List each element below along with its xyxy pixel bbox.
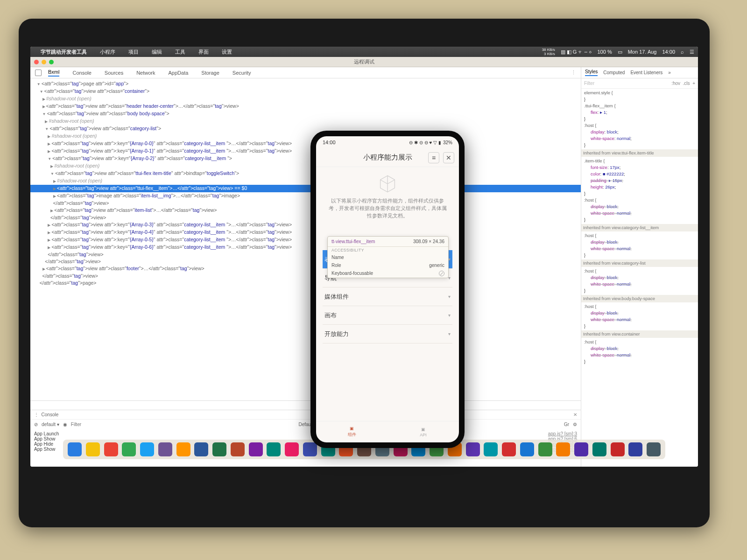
dom-node[interactable]: <attr">class="tag">view attr">class="ite… xyxy=(30,207,581,214)
breadcrumb[interactable] xyxy=(30,400,581,410)
list-item[interactable]: 媒体组件▾ xyxy=(323,287,452,306)
dock-app-31[interactable] xyxy=(628,442,642,456)
css-rule[interactable]: :host {…display: block;white-space: norm… xyxy=(584,232,695,259)
dom-node[interactable]: <attr">class="tag">view attr">class="hea… xyxy=(30,103,581,110)
close-icon[interactable]: ✕ xyxy=(573,412,577,417)
minimize-icon[interactable] xyxy=(42,60,46,64)
dom-node[interactable]: </attr">class="tag">page> xyxy=(30,280,581,287)
clear-console-icon[interactable]: ⊘ xyxy=(34,422,38,427)
styles-tab-2[interactable]: Event Listeners xyxy=(630,70,662,75)
dock-app-24[interactable] xyxy=(502,442,516,456)
dom-node[interactable]: <attr">class="tag">view attr">:key="{Arr… xyxy=(30,221,581,229)
console-filter-input[interactable] xyxy=(71,422,295,427)
dom-node[interactable]: <attr">class="tag">view attr">class="bod… xyxy=(30,110,581,118)
dom-node[interactable]: <attr">class="tag">view attr">class="cat… xyxy=(30,125,581,133)
css-rule[interactable]: :host {…display: block;white-space: norm… xyxy=(584,197,695,223)
dom-node[interactable]: <attr">class="tag">view attr">class="ttu… xyxy=(30,185,581,192)
dock-app-32[interactable] xyxy=(647,442,661,456)
dock-app-7[interactable] xyxy=(194,442,208,456)
dom-node[interactable]: <attr">class="tag">view attr">class="con… xyxy=(30,88,581,95)
dom-node[interactable]: <attr">class="tag">image attr">class="it… xyxy=(30,192,581,200)
dock-app-13[interactable] xyxy=(303,442,317,456)
dom-node[interactable]: </attr">class="tag">view> xyxy=(30,214,581,221)
search-icon[interactable]: ⌕ xyxy=(681,49,684,55)
styles-tab-3[interactable]: » xyxy=(668,70,671,75)
tab-sources[interactable]: Sources xyxy=(105,70,123,76)
dock-app-29[interactable] xyxy=(592,442,606,456)
css-rule[interactable]: element.style {} xyxy=(584,90,695,103)
styles-tab-0[interactable]: Styles xyxy=(585,69,598,76)
tab-network[interactable]: Network xyxy=(136,70,155,76)
list-item[interactable]: 开放能力▾ xyxy=(323,325,452,343)
dom-node[interactable]: #shadow-root (open) xyxy=(30,162,581,170)
dom-node[interactable]: </attr">class="tag">view> xyxy=(30,251,581,258)
tab-console[interactable]: Console xyxy=(72,70,91,76)
dom-node[interactable]: <attr">class="tag">view attr">class="ttu… xyxy=(30,170,581,177)
css-rule[interactable]: .ttui-flex__item {…flex: ▸ 1;} xyxy=(584,103,695,122)
hov-toggle[interactable]: :hov xyxy=(671,81,680,86)
dock-app-28[interactable] xyxy=(574,442,588,456)
control-center-icon[interactable]: ☰ xyxy=(690,49,694,55)
tab-appdata[interactable]: AppData xyxy=(169,70,189,76)
menu-1[interactable]: 小程序 xyxy=(100,49,115,56)
dom-node[interactable]: <attr">class="tag">view attr">:key="{Arr… xyxy=(30,155,581,162)
dock-app-11[interactable] xyxy=(267,442,281,456)
add-rule-icon[interactable]: + xyxy=(692,81,695,86)
menu-5[interactable]: 界面 xyxy=(198,49,209,56)
dock-app-4[interactable] xyxy=(140,442,154,456)
dock-app-27[interactable] xyxy=(556,442,570,456)
dock-app-12[interactable] xyxy=(285,442,299,456)
close-icon[interactable]: ✕ xyxy=(443,152,454,163)
dom-node[interactable]: #shadow-root (open) xyxy=(30,133,581,140)
dom-node[interactable]: <attr">class="tag">view attr">:key="{Arr… xyxy=(30,140,581,147)
dock-app-8[interactable] xyxy=(212,442,226,456)
dock-app-5[interactable] xyxy=(158,442,172,456)
dom-node[interactable]: <attr">class="tag">view attr">:key="{Arr… xyxy=(30,147,581,155)
dom-node[interactable]: #shadow-root (open) xyxy=(30,95,581,103)
tabbar-item[interactable]: ▣API xyxy=(388,421,459,442)
context-selector[interactable]: default ▾ xyxy=(42,422,59,427)
dock-app-26[interactable] xyxy=(538,442,552,456)
menu-2[interactable]: 项目 xyxy=(128,49,139,56)
menu-6[interactable]: 设置 xyxy=(222,49,232,56)
dom-node[interactable]: #shadow-root (open) xyxy=(30,118,581,125)
menu-icon[interactable]: ≡ xyxy=(428,152,439,163)
dom-node[interactable]: </attr">class="tag">view> xyxy=(30,258,581,265)
styles-pane[interactable]: element.style {}.ttui-flex__item {…flex:… xyxy=(581,89,698,467)
dom-node[interactable]: </attr">class="tag">view> xyxy=(30,200,581,207)
more-icon[interactable]: ⋮ xyxy=(571,70,576,76)
dock-app-22[interactable] xyxy=(466,442,480,456)
console-toggle-icon[interactable]: ⋮ xyxy=(34,412,39,417)
tabbar-item[interactable]: ▣组件 xyxy=(316,421,388,442)
dock-app-30[interactable] xyxy=(611,442,625,456)
traffic-lights[interactable] xyxy=(34,60,54,64)
dom-node[interactable]: <attr">class="tag">view attr">:key="{Arr… xyxy=(30,229,581,236)
dock-app-6[interactable] xyxy=(176,442,190,456)
dom-node[interactable]: <attr">class="tag">view attr">:key="{Arr… xyxy=(30,244,581,251)
dom-node[interactable]: </attr">class="tag">view> xyxy=(30,273,581,280)
dom-node[interactable]: <attr">class="tag">view attr">:key="{Arr… xyxy=(30,236,581,244)
styles-filter-input[interactable]: Filter xyxy=(584,81,594,86)
css-rule[interactable]: :host {…display: block;white-space: norm… xyxy=(584,268,695,294)
close-icon[interactable] xyxy=(34,60,39,64)
dock-app-1[interactable] xyxy=(86,442,100,456)
dock-app-3[interactable] xyxy=(122,442,136,456)
dock-app-2[interactable] xyxy=(104,442,118,456)
tab-bxml[interactable]: Bxml xyxy=(48,69,59,77)
css-rule[interactable]: :host {…display: block;white-space: norm… xyxy=(584,339,695,365)
dock-app-23[interactable] xyxy=(484,442,498,456)
eye-icon[interactable]: ◉ xyxy=(63,422,67,427)
tab-security[interactable]: Security xyxy=(233,70,251,76)
dock-app-25[interactable] xyxy=(520,442,534,456)
dom-tree[interactable]: <attr">class="tag">page attr">id="app"> … xyxy=(30,78,581,400)
menu-0[interactable]: 字节跳动开发者工具 xyxy=(41,49,87,56)
inspect-icon[interactable] xyxy=(35,70,42,76)
styles-tab-1[interactable]: Computed xyxy=(603,70,625,75)
console-log-row[interactable]: App Launchapp.js? [sm]:3 xyxy=(34,431,577,436)
dock-app-10[interactable] xyxy=(249,442,263,456)
cls-toggle[interactable]: .cls xyxy=(683,81,690,86)
menu-4[interactable]: 工具 xyxy=(175,49,185,56)
menu-3[interactable]: 编辑 xyxy=(152,49,162,56)
css-rule[interactable]: :host {…display: block;white-space: norm… xyxy=(584,303,695,329)
zoom-icon[interactable] xyxy=(49,60,54,64)
